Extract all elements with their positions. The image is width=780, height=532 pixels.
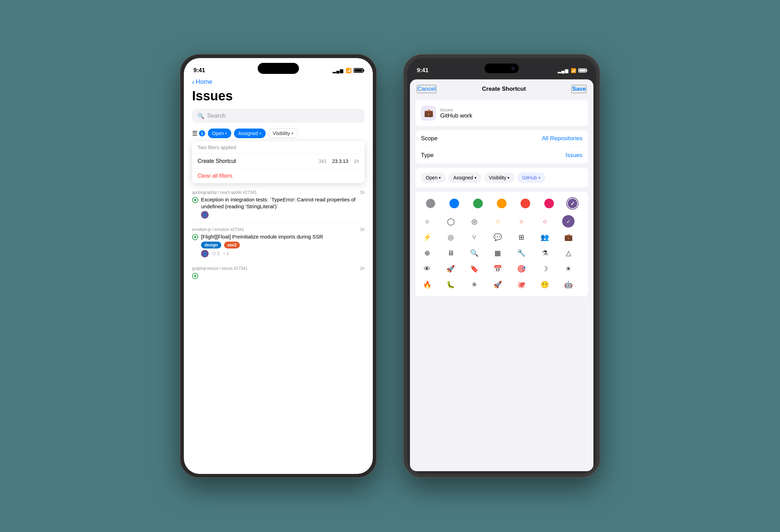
icon-target2[interactable]: 🎯 <box>515 263 527 275</box>
issue-1-avatar: 👤 <box>201 211 209 219</box>
type-value: Issues <box>566 152 582 159</box>
icon-circle-pink[interactable]: ○ <box>539 215 551 228</box>
icon-grid-view[interactable]: ⊞ <box>515 231 527 243</box>
issue-list: apollographql / react-apollo #27341 1h E… <box>192 186 365 284</box>
back-chevron-icon: ‹ <box>192 78 194 86</box>
shortcut-type: Issues <box>440 107 472 112</box>
settings-group: Scope All Repositories Type Issues <box>415 130 588 164</box>
color-red[interactable] <box>519 197 532 210</box>
left-phone: 9:41 ▂▄▆ 📶 ‹ Home Issues 🔍 Search <box>180 55 376 477</box>
icon-rocket-small[interactable]: 🚀 <box>445 263 457 275</box>
shortcut-name: GitHub work <box>440 112 472 119</box>
scope-value: All Repositories <box>542 135 582 142</box>
issue-2-footer: design sev2 <box>192 242 365 248</box>
issue-2-body: [Flight][Float] Preinitialize module imp… <box>192 233 365 240</box>
search-bar[interactable]: 🔍 Search <box>192 109 365 123</box>
icon-bug[interactable]: 🐛 <box>445 278 457 291</box>
color-row: ✓ <box>421 197 582 210</box>
cancel-button[interactable]: Cancel <box>417 85 436 93</box>
type-row[interactable]: Type Issues <box>415 147 588 164</box>
scope-row[interactable]: Scope All Repositories <box>415 130 588 147</box>
shortcut-chip-assigned[interactable]: Assigned▾ <box>448 173 481 183</box>
issue-item-2[interactable]: emotion-js / emotion #27341 1h [Flight][… <box>192 223 365 262</box>
filter-open-label: Open <box>212 131 224 136</box>
color-purple[interactable]: ✓ <box>566 197 579 210</box>
dropdown-header: Two filters applied <box>192 141 365 154</box>
dynamic-island-right <box>484 64 519 73</box>
page-title: Issues <box>192 89 365 103</box>
icon-eye[interactable]: 👁 <box>421 263 433 275</box>
icon-robot[interactable]: 🤖 <box>562 278 575 291</box>
filter-assigned-chevron: ▾ <box>259 131 261 136</box>
icon-display[interactable]: 🖥 <box>445 247 457 259</box>
dropdown-item-time: 1h <box>354 158 359 164</box>
filter-assigned-label: Assigned <box>238 131 258 136</box>
shortcut-icon: 💼 <box>421 106 436 121</box>
battery-icon <box>354 68 363 73</box>
shortcut-chip-github[interactable]: GitHub▾ <box>517 173 545 183</box>
icon-rocket2[interactable]: 🚀 <box>492 278 504 291</box>
icon-bookmark[interactable]: 🔖 <box>468 263 480 275</box>
dropdown-clear-filters[interactable]: Clear all filters <box>192 169 365 183</box>
icon-moon[interactable]: ☽ <box>539 263 551 275</box>
icon-briefcase[interactable]: 💼 <box>562 231 575 243</box>
issue-2-repo: emotion-js / emotion #27341 <box>192 227 244 232</box>
modal-inner: Cancel Create Shortcut Save 💼 Issues Git… <box>410 79 593 471</box>
color-pink[interactable] <box>543 197 555 210</box>
icon-asterisk[interactable]: ✳ <box>468 278 480 291</box>
issue-item-1[interactable]: apollographql / react-apollo #27341 1h E… <box>192 186 365 223</box>
color-orange[interactable] <box>495 197 508 210</box>
right-battery-icon <box>578 68 587 73</box>
filter-visibility-chip[interactable]: Visibility ▾ <box>268 128 298 138</box>
left-status-time: 9:41 <box>193 67 205 74</box>
shortcut-chip-open[interactable]: Open▾ <box>421 173 446 183</box>
filter-badge: 1 <box>199 130 205 136</box>
left-screen: 9:41 ▂▄▆ 📶 ‹ Home Issues 🔍 Search <box>184 58 373 474</box>
icon-lightning[interactable]: ⚡ <box>421 231 433 243</box>
issue-2-prs: ⑂ 1 <box>223 251 229 256</box>
icon-flask[interactable]: ⚗ <box>539 247 551 259</box>
icon-triangle[interactable]: △ <box>562 247 575 259</box>
issue-3-repo: graphql-nexus / nexus #27341 <box>192 266 247 271</box>
icon-sun[interactable]: ☀ <box>562 263 575 275</box>
filter-open-chip[interactable]: Open ▾ <box>208 129 231 138</box>
icon-check-purple[interactable]: ✓ <box>562 215 575 228</box>
issue-1-status-icon <box>192 197 198 203</box>
issue-3-status-icon <box>192 273 198 279</box>
create-shortcut-modal: Cancel Create Shortcut Save 💼 Issues Git… <box>410 79 593 471</box>
icon-circle-orange[interactable]: ○ <box>492 215 504 228</box>
filter-assigned-chip[interactable]: Assigned ▾ <box>234 129 266 138</box>
icon-comment[interactable]: 💬 <box>492 231 504 243</box>
icon-target[interactable]: ◎ <box>445 231 457 243</box>
color-blue[interactable] <box>448 197 460 210</box>
icon-people[interactable]: 👥 <box>539 231 551 243</box>
icon-calendar[interactable]: 📅 <box>492 263 504 275</box>
icon-terminal[interactable]: ▦ <box>492 247 504 259</box>
dropdown-create-shortcut[interactable]: Create Shortcut 341 23.3.13 1h <box>192 154 365 169</box>
issue-1-body: Exception in integration tests: `TypeErr… <box>192 196 365 210</box>
shortcut-chip-visibility[interactable]: Visibility▾ <box>484 173 514 183</box>
icon-add-square[interactable]: ⊕ <box>421 247 433 259</box>
icon-wrench[interactable]: 🔧 <box>515 247 527 259</box>
issue-1-repo: apollographql / react-apollo #27341 <box>192 190 257 195</box>
color-gray[interactable] <box>424 197 437 210</box>
icon-octopus[interactable]: 🐙 <box>515 278 527 291</box>
back-navigation[interactable]: ‹ Home <box>192 77 365 86</box>
icon-branch[interactable]: ⑂ <box>468 231 480 243</box>
right-wifi-icon: 📶 <box>571 68 576 73</box>
filter-icon: ☰ <box>192 130 198 137</box>
icon-circle-outline[interactable]: ◯ <box>445 215 457 228</box>
icon-grid: ○ ◯ ◎ ○ ○ ○ ✓ ⚡ ◎ ⑂ 💬 ⊞ 👥 💼 <box>421 215 582 291</box>
icon-fire[interactable]: 🔥 <box>421 278 433 291</box>
issue-item-3[interactable]: graphql-nexus / nexus #27341 1h <box>192 262 365 284</box>
icon-circle-dot[interactable]: ◎ <box>468 215 480 228</box>
icon-circle-red[interactable]: ○ <box>515 215 527 228</box>
save-button[interactable]: Save <box>571 85 587 93</box>
icon-search-circle[interactable]: 🔍 <box>468 247 480 259</box>
filter-icon-button[interactable]: ☰ 1 <box>192 130 205 137</box>
left-main-content: ‹ Home Issues 🔍 Search ☰ 1 Open ▾ <box>184 77 373 284</box>
icon-circle-empty[interactable]: ○ <box>421 215 433 228</box>
color-green[interactable] <box>472 197 484 210</box>
modal-title: Create Shortcut <box>482 86 526 92</box>
icon-face[interactable]: 😶 <box>539 278 551 291</box>
